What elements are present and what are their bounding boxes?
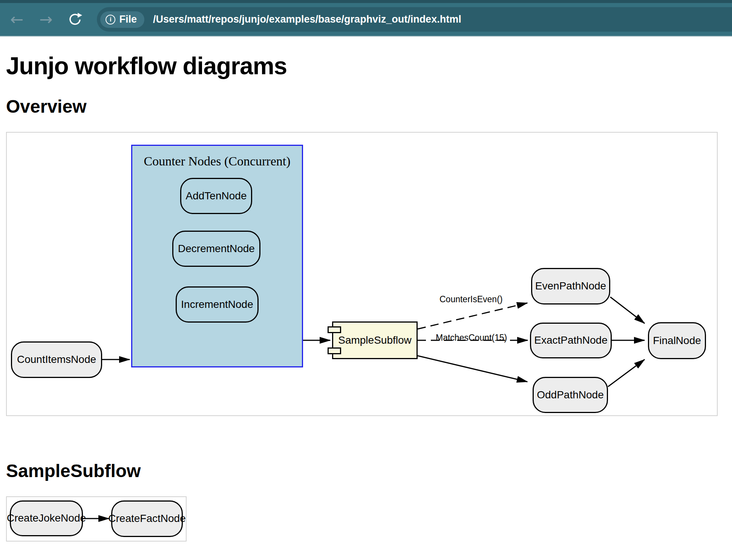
- edge-evenpathnode-finalnode: [610, 297, 645, 323]
- cluster-title: Counter Nodes (Concurrent): [132, 154, 302, 168]
- page-title: Junjo workflow diagrams: [6, 52, 732, 80]
- node-finalnode: FinalNode: [648, 322, 706, 359]
- node-exactpathnode: ExactPathNode: [530, 323, 612, 358]
- section-subflow-heading: SampleSubflow: [6, 461, 732, 481]
- back-icon[interactable]: ←: [10, 12, 23, 28]
- node-decrementnode: DecrementNode: [172, 231, 260, 267]
- node-samplesubflow-label: SampleSubflow: [338, 334, 412, 346]
- node-countitemsnode: CountItemsNode: [11, 341, 102, 378]
- node-incrementnode: IncrementNode: [176, 286, 259, 323]
- reload-icon-glyph: [67, 12, 83, 27]
- file-badge[interactable]: i File: [100, 11, 144, 28]
- file-badge-label: File: [119, 14, 137, 25]
- page-content: Junjo workflow diagrams Overview Counter…: [0, 52, 732, 542]
- forward-icon[interactable]: →: [39, 12, 52, 28]
- node-evenpathnode: EvenPathNode: [531, 268, 610, 304]
- overview-diagram: Counter Nodes (Concurrent) AddTenNode De…: [6, 132, 718, 416]
- subflow-diagram: CreateJokeNode CreateFactNode: [6, 496, 187, 542]
- section-overview-heading: Overview: [6, 96, 732, 117]
- node-samplesubflow: SampleSubflow: [332, 321, 418, 359]
- edge-samplesubflow-evenpathnode: [418, 303, 527, 329]
- info-icon: i: [106, 15, 115, 24]
- node-addtennode: AddTenNode: [180, 178, 252, 214]
- node-createfactnode: CreateFactNode: [111, 500, 183, 537]
- overview-edges: [7, 133, 717, 415]
- reload-icon[interactable]: [67, 12, 83, 27]
- address-bar[interactable]: i File /Users/matt/repos/junjo/examples/…: [97, 7, 732, 32]
- window-top-strip: [0, 0, 732, 3]
- component-tab: [328, 326, 341, 333]
- node-oddpathnode: OddPathNode: [533, 377, 608, 413]
- edge-oddpathnode-finalnode: [608, 360, 645, 387]
- edge-samplesubflow-oddpathnode: [418, 356, 527, 382]
- toolbar-row: ← → i File /Users/matt/repos/junjo/examp…: [0, 3, 732, 36]
- node-createjokenode: CreateJokeNode: [10, 500, 83, 536]
- edge-label-counteriseven: CounterIsEven(): [440, 294, 502, 304]
- component-tab: [328, 347, 341, 354]
- url-text: /Users/matt/repos/junjo/examples/base/gr…: [153, 14, 461, 25]
- edge-label-matchescount: MatchesCount(15): [436, 333, 507, 343]
- browser-toolbar: ← → i File /Users/matt/repos/junjo/examp…: [0, 0, 732, 37]
